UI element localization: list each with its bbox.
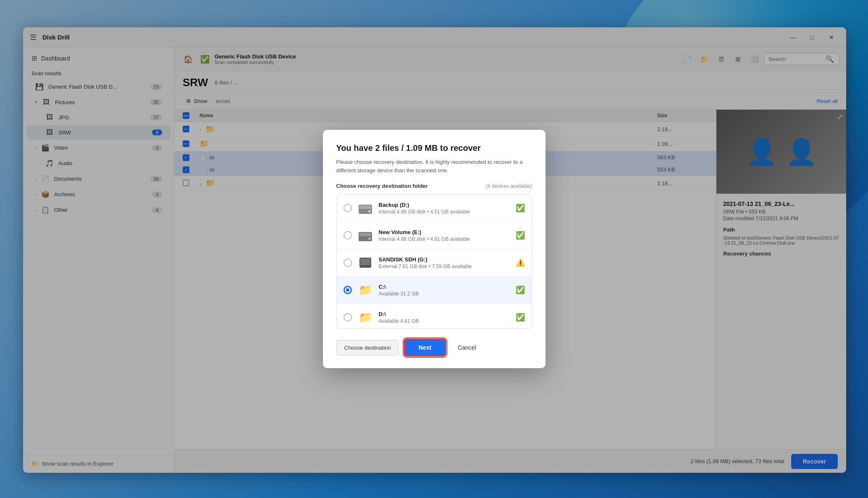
modal-buttons: Choose destination Next Cancel [336, 339, 532, 356]
svg-rect-7 [360, 258, 370, 265]
new-volume-name: New Volume (E:) [379, 229, 510, 235]
device-item-backup[interactable]: Backup (D:) Internal 4.88 GB disk • 4.51… [337, 195, 532, 222]
radio-d-drive[interactable] [344, 313, 352, 321]
sandisk-status-icon: ⚠️ [516, 258, 525, 267]
modal-title: You have 2 files / 1.09 MB to recover [336, 143, 532, 153]
backup-name: Backup (D:) [379, 202, 510, 208]
new-volume-desc: Internal 4.88 GB disk • 4.81 GB availabl… [379, 236, 510, 242]
new-volume-drive-icon [358, 228, 373, 243]
d-drive-folder-icon: 📁 [358, 310, 373, 325]
new-volume-info: New Volume (E:) Internal 4.88 GB disk • … [379, 229, 510, 242]
device-list: Backup (D:) Internal 4.88 GB disk • 4.51… [336, 194, 532, 329]
choose-destination-button[interactable]: Choose destination [336, 340, 399, 356]
svg-point-5 [368, 237, 371, 240]
modal-subtitle: Choose recovery destination folder (4 de… [336, 183, 532, 189]
next-button[interactable]: Next [404, 339, 446, 356]
c-drive-folder-icon: 📁 [358, 282, 373, 298]
c-drive-status-icon: ✅ [516, 285, 525, 295]
d-drive-info: D:\ Available 4.61 GB [379, 311, 510, 324]
radio-c-drive[interactable] [344, 286, 352, 294]
backup-drive-icon [358, 200, 373, 216]
modal-overlay: You have 2 files / 1.09 MB to recover Pl… [0, 0, 868, 498]
sandisk-info: SANDISK SDH (G:) External 7.61 GB disk •… [379, 256, 510, 269]
device-item-sandisk[interactable]: SANDISK SDH (G:) External 7.61 GB disk •… [337, 249, 532, 277]
devices-count: (4 devices available) [486, 183, 532, 189]
cancel-button[interactable]: Cancel [451, 340, 483, 355]
sandisk-drive-icon [358, 255, 373, 270]
c-drive-name: C:\ [379, 284, 510, 290]
d-drive-status-icon: ✅ [516, 313, 525, 322]
c-drive-info: C:\ Available 31.2 GB [379, 284, 510, 297]
radio-sandisk[interactable] [344, 258, 352, 267]
device-item-d-drive[interactable]: 📁 D:\ Available 4.61 GB ✅ [337, 304, 532, 329]
device-item-c-drive[interactable]: 📁 C:\ Available 31.2 GB ✅ [337, 277, 532, 304]
sandisk-name: SANDISK SDH (G:) [379, 256, 510, 263]
radio-backup[interactable] [344, 204, 352, 212]
modal-description: Please choose recovery destination. It i… [336, 158, 532, 174]
recovery-modal: You have 2 files / 1.09 MB to recover Pl… [323, 130, 545, 368]
d-drive-desc: Available 4.61 GB [379, 318, 510, 324]
choose-folder-label: Choose recovery destination folder [336, 183, 428, 189]
backup-status-icon: ✅ [516, 203, 525, 213]
sandisk-desc: External 7.61 GB disk • 7.59 GB availabl… [379, 263, 510, 269]
new-volume-status-icon: ✅ [516, 231, 525, 240]
c-drive-desc: Available 31.2 GB [379, 291, 510, 297]
svg-rect-1 [359, 206, 371, 209]
d-drive-name: D:\ [379, 311, 510, 317]
svg-rect-4 [359, 233, 371, 236]
svg-point-2 [368, 210, 371, 213]
device-item-new-volume[interactable]: New Volume (E:) Internal 4.88 GB disk • … [337, 222, 532, 249]
backup-desc: Internal 4.88 GB disk • 4.51 GB availabl… [379, 209, 510, 215]
backup-info: Backup (D:) Internal 4.88 GB disk • 4.51… [379, 202, 510, 215]
radio-new-volume[interactable] [344, 231, 352, 240]
